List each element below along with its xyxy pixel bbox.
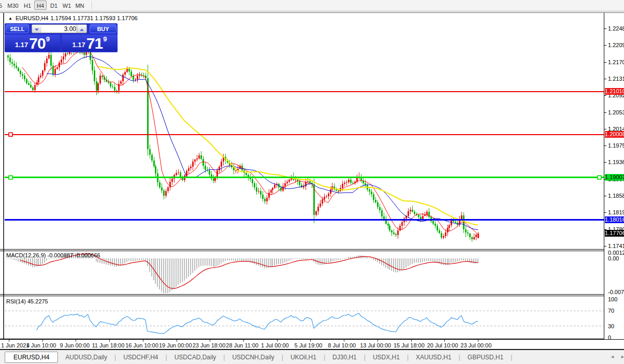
- time-axis-tick: [76, 340, 76, 342]
- one-click-collapse-icon[interactable]: ▲: [8, 16, 12, 21]
- time-axis-tick: [310, 340, 311, 342]
- price-tick-label: 1.21310: [608, 76, 624, 82]
- time-axis-tick: [478, 340, 478, 342]
- time-axis-tick: [143, 340, 143, 342]
- time-tick-label: 8 Jul 10:00: [328, 342, 356, 348]
- tab-usdx-h1[interactable]: USDX,H1: [366, 352, 407, 363]
- timeframe-toolbar: 5M30H1H4D1W1MN: [0, 0, 624, 11]
- chart-title: ▲EURUSD,H41.17594 1.17731 1.17593 1.1770…: [8, 15, 140, 21]
- moving-average-2: [98, 66, 478, 225]
- rsi-indicator-panel[interactable]: [5, 296, 604, 339]
- timeframe-button-mn[interactable]: MN: [74, 1, 86, 10]
- triangle-down-icon: [35, 28, 39, 31]
- sell-button[interactable]: SELL: [6, 24, 29, 33]
- macd-signal-line: [20, 254, 478, 288]
- price-tick-label: 1.18580: [608, 193, 624, 199]
- price-axis[interactable]: 1.224801.220901.217001.213101.209201.205…: [604, 13, 624, 339]
- time-tick-label: 9 Jun 00:00: [60, 342, 90, 348]
- panel-separator[interactable]: [0, 249, 624, 250]
- line-handle: [9, 133, 12, 136]
- time-tick-label: 23 Jun 18:00: [193, 342, 226, 348]
- price-tick-label: 1.21700: [608, 60, 624, 65]
- tab-separator: |: [511, 354, 512, 361]
- time-axis[interactable]: 1 Jun 20214 Jun 10:009 Jun 00:0011 Jun 1…: [0, 340, 624, 349]
- tab-scroll-right-icon[interactable]: ►: [620, 354, 624, 359]
- buy-price-display[interactable]: 1.17719: [62, 35, 118, 51]
- price-axis-tick: [604, 28, 606, 29]
- time-axis-tick: [378, 340, 378, 342]
- sell-price-pip: 9: [46, 35, 50, 43]
- macd-axis-label: 0.00: [608, 256, 619, 261]
- price-axis-tick: [604, 62, 606, 63]
- tab-dj30-h1[interactable]: DJ30,H1: [325, 352, 364, 363]
- chart-symbol-label: EURUSD,H4: [16, 15, 49, 21]
- moving-average-1: [47, 56, 478, 229]
- time-tick-label: 13 Jul 00:00: [360, 342, 391, 348]
- timeframe-button-h1[interactable]: H1: [21, 1, 34, 10]
- price-line-badge: 1.18016: [605, 216, 624, 223]
- rsi-line: [37, 313, 478, 333]
- sell-price-display[interactable]: 1.17709: [5, 35, 60, 51]
- tab-eurusd-h4[interactable]: EURUSD,H4: [5, 352, 58, 363]
- timeframe-button-d1[interactable]: D1: [48, 1, 60, 10]
- price-axis-tick: [604, 45, 606, 46]
- horizontal-line-object: [5, 134, 604, 135]
- timeframe-button-w1[interactable]: W1: [61, 1, 73, 10]
- volume-decrease-button[interactable]: [32, 24, 42, 33]
- tab-ukoil-h1[interactable]: UKOil,H1: [283, 352, 324, 363]
- triangle-up-icon: [80, 28, 84, 31]
- time-tick-label: 4 Jun 10:00: [26, 342, 56, 348]
- symbol-tab-bar: ◄ ► EURUSD,H4AUDUSD,Daily|USDCHF,H4|USDC…: [0, 350, 624, 364]
- time-axis-tick: [411, 340, 412, 342]
- price-axis-tick: [604, 212, 606, 213]
- sell-price-prefix: 1.17: [15, 41, 28, 49]
- volume-input[interactable]: [41, 24, 78, 33]
- price-line-badge: 1.19007: [605, 174, 624, 181]
- timeframe-button-5[interactable]: 5: [0, 1, 5, 10]
- tab-usdcad-daily[interactable]: USDCAD,Daily: [167, 352, 224, 363]
- price-tick-label: 1.19360: [608, 159, 624, 165]
- toolbar-separator: [92, 1, 92, 9]
- time-tick-label: 1 Jul 00:00: [261, 342, 289, 348]
- timeframe-button-m30[interactable]: M30: [5, 1, 21, 10]
- time-tick-label: 28 Jun 11:00: [226, 342, 258, 348]
- rsi-axis-label: 30: [608, 324, 614, 329]
- buy-button[interactable]: BUY: [90, 24, 117, 33]
- time-axis-tick: [243, 340, 244, 342]
- chart-left-border: [3, 13, 4, 349]
- volume-increase-button[interactable]: [77, 24, 87, 33]
- one-click-trading-panel: SELL BUY 1.17709 1.17719: [5, 23, 118, 52]
- price-axis-tick: [604, 95, 606, 96]
- price-tick-label: 1.22090: [608, 42, 624, 48]
- rsi-label: RSI(14) 45.2275: [6, 298, 48, 304]
- tab-scroll-left-icon[interactable]: ◄: [610, 354, 615, 359]
- price-axis-tick: [604, 145, 606, 146]
- price-tick-label: 1.20530: [608, 110, 624, 115]
- time-axis-tick: [210, 340, 210, 342]
- time-axis-tick: [109, 340, 110, 342]
- tab-usdchf-h4[interactable]: USDCHF,H4: [116, 352, 165, 363]
- trading-platform-window: 5M30H1H4D1W1MN ▲EURUSD,H41.17594 1.17731…: [0, 0, 624, 364]
- time-axis-tick: [444, 340, 445, 342]
- price-tick-label: 1.18190: [608, 210, 624, 215]
- tab-audusd-daily[interactable]: AUDUSD,Daily: [58, 352, 114, 363]
- rsi-axis-label: 70: [608, 308, 614, 314]
- moving-average-0: [22, 51, 478, 235]
- panel-separator: [0, 251, 624, 251]
- macd-axis-label: -0.00707: [608, 289, 624, 295]
- tab-gbpusd-h1[interactable]: GBPUSD,H1: [460, 352, 511, 363]
- buy-price-main: 71: [86, 37, 103, 50]
- time-tick-label: 11 Jun 18:00: [92, 342, 125, 348]
- tab-xauusd-h1[interactable]: XAUUSD,H1: [409, 352, 459, 363]
- horizontal-line-object: [5, 177, 604, 178]
- tab-usdcnh-daily[interactable]: USDCNH,Daily: [225, 352, 281, 363]
- line-handle: [598, 176, 601, 179]
- timeframe-button-h4[interactable]: H4: [34, 1, 47, 10]
- sell-price-main: 70: [29, 37, 45, 50]
- buy-price-pip: 9: [103, 35, 107, 43]
- time-tick-label: 19 Jun 00:00: [159, 342, 192, 348]
- time-tick-label: 16 Jun 10:00: [125, 342, 158, 348]
- panel-separator[interactable]: [0, 294, 624, 295]
- price-axis-tick: [604, 246, 606, 246]
- price-axis-tick: [604, 79, 606, 79]
